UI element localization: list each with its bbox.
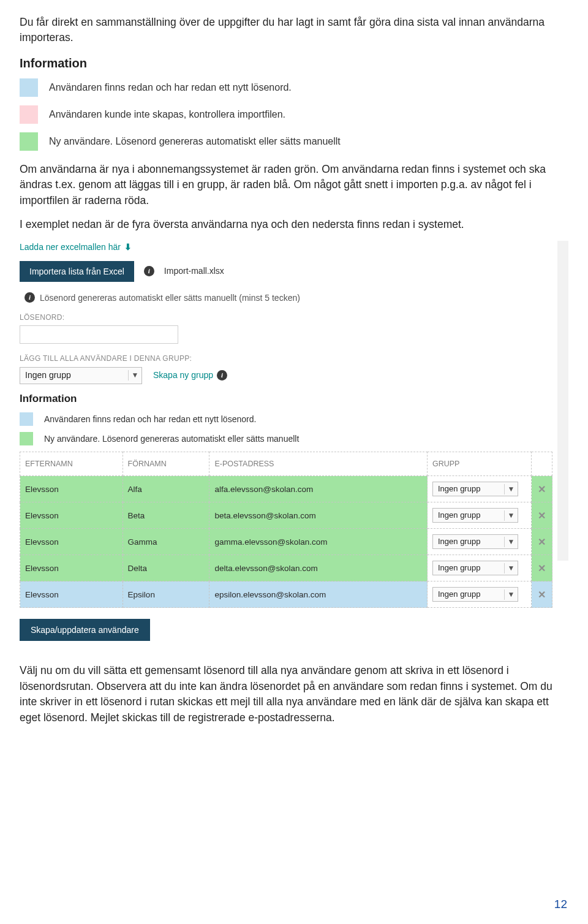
legend-green-text: Ny användare. Lösenord genereras automat…: [49, 134, 341, 148]
table-row: ElevssonBetabeta.elevsson@skolan.comInge…: [20, 502, 552, 529]
cell-remove: ✕: [532, 502, 552, 529]
col-firstname: FÖRNAMN: [123, 452, 209, 476]
legend-pink-text: Användaren kunde inte skapas, kontroller…: [49, 107, 285, 121]
download-icon: ⬇: [124, 241, 132, 253]
create-group-link[interactable]: Skapa ny grupp: [153, 369, 213, 381]
swatch-blue: [20, 412, 33, 426]
cell-email: alfa.elevsson@skolan.com: [209, 476, 428, 502]
table-row: ElevssonAlfaalfa.elevsson@skolan.comInge…: [20, 476, 552, 502]
swatch-blue: [20, 78, 38, 97]
row-group-select-value: Ingen grupp: [438, 483, 480, 495]
row-group-select-value: Ingen grupp: [438, 536, 480, 548]
cell-group: Ingen grupp▼: [428, 529, 532, 555]
swatch-green: [20, 132, 38, 151]
swatch-pink: [20, 105, 38, 124]
cell-lastname: Elevsson: [20, 476, 123, 502]
closing-paragraph: Välj nu om du vill sätta ett gemensamt l…: [20, 663, 568, 725]
cell-remove: ✕: [532, 476, 552, 502]
intro-paragraph-3: I exemplet nedan är de fyra översta anvä…: [20, 217, 568, 232]
table-row: ElevssonDeltadelta.elevsson@skolan.comIn…: [20, 555, 552, 581]
chevron-down-icon: ▼: [504, 589, 515, 600]
cell-firstname: Beta: [123, 502, 209, 529]
cell-group: Ingen grupp▼: [428, 502, 532, 529]
remove-row-button[interactable]: ✕: [538, 537, 546, 547]
group-select[interactable]: Ingen grupp ▼: [20, 367, 142, 384]
remove-row-button[interactable]: ✕: [538, 563, 546, 574]
cell-lastname: Elevsson: [20, 502, 123, 529]
cell-firstname: Alfa: [123, 476, 209, 502]
import-from-excel-button[interactable]: Importera lista från Excel: [20, 261, 134, 282]
row-group-select[interactable]: Ingen grupp▼: [432, 587, 518, 602]
cell-email: delta.elevsson@skolan.com: [209, 555, 428, 581]
info-legend-block-1: Information Användaren finns redan och h…: [20, 55, 568, 151]
row-group-select[interactable]: Ingen grupp▼: [432, 534, 518, 549]
row-group-select[interactable]: Ingen grupp▼: [432, 508, 518, 523]
import-ui-panel: Ladda ner excelmallen här ⬇ Importera li…: [20, 241, 568, 641]
cell-group: Ingen grupp▼: [428, 555, 532, 581]
cell-group: Ingen grupp▼: [428, 581, 532, 608]
chevron-down-icon: ▼: [504, 537, 515, 547]
cell-group: Ingen grupp▼: [428, 476, 532, 502]
col-email: E-POSTADRESS: [209, 452, 428, 476]
legend-blue-text: Användaren finns redan och har redan ett…: [49, 80, 292, 94]
download-template-label: Ladda ner excelmallen här: [20, 241, 121, 253]
info-heading-small: Information: [20, 392, 568, 407]
password-hint-text: Lösenord genereras automatiskt eller sät…: [40, 292, 300, 304]
selected-file-label: Import-mall.xlsx: [164, 265, 224, 277]
group-field-label: LÄGG TILL ALLA ANVÄNDARE I DENNA GRUPP:: [20, 354, 568, 364]
intro-paragraph-2: Om användarna är nya i abonnemangssystem…: [20, 162, 568, 208]
cell-lastname: Elevsson: [20, 555, 123, 581]
col-group: GRUPP: [428, 452, 532, 476]
group-select-value: Ingen grupp: [25, 369, 71, 381]
legend-green-text: Ny användare. Lösenord genereras automat…: [44, 433, 299, 445]
cell-email: epsilon.elevsson@skolan.com: [209, 581, 428, 608]
row-group-select-value: Ingen grupp: [438, 562, 480, 574]
chevron-down-icon: ▼: [504, 484, 515, 494]
chevron-down-icon: ▼: [128, 370, 139, 381]
legend-blue-text: Användaren finns redan och har redan ett…: [44, 413, 256, 425]
cell-email: gamma.elevsson@skolan.com: [209, 529, 428, 555]
cell-remove: ✕: [532, 529, 552, 555]
row-group-select[interactable]: Ingen grupp▼: [432, 561, 518, 575]
cell-remove: ✕: [532, 555, 552, 581]
cell-email: beta.elevsson@skolan.com: [209, 502, 428, 529]
col-remove: [532, 452, 552, 476]
remove-row-button[interactable]: ✕: [538, 589, 546, 600]
password-input[interactable]: [20, 325, 178, 344]
cell-lastname: Elevsson: [20, 581, 123, 608]
chevron-down-icon: ▼: [504, 563, 515, 574]
cell-firstname: Epsilon: [123, 581, 209, 608]
info-icon[interactable]: i: [144, 266, 154, 276]
users-table: EFTERNAMN FÖRNAMN E-POSTADRESS GRUPP Ele…: [20, 452, 552, 608]
info-icon[interactable]: i: [217, 370, 227, 381]
info-heading: Information: [20, 55, 568, 72]
scrollbar-gutter[interactable]: [557, 241, 568, 561]
swatch-green: [20, 432, 33, 445]
download-template-link[interactable]: Ladda ner excelmallen här ⬇: [20, 241, 132, 253]
password-field-label: LÖSENORD:: [20, 312, 568, 323]
col-lastname: EFTERNAMN: [20, 452, 123, 476]
row-group-select[interactable]: Ingen grupp▼: [432, 482, 518, 496]
table-row: ElevssonGammagamma.elevsson@skolan.comIn…: [20, 529, 552, 555]
cell-lastname: Elevsson: [20, 529, 123, 555]
table-row: ElevssonEpsilonepsilon.elevsson@skolan.c…: [20, 581, 552, 608]
chevron-down-icon: ▼: [504, 510, 515, 521]
create-update-users-button[interactable]: Skapa/uppdatera användare: [20, 619, 150, 641]
cell-firstname: Delta: [123, 555, 209, 581]
row-group-select-value: Ingen grupp: [438, 510, 480, 521]
remove-row-button[interactable]: ✕: [538, 484, 546, 494]
info-icon[interactable]: i: [24, 292, 35, 303]
cell-firstname: Gamma: [123, 529, 209, 555]
remove-row-button[interactable]: ✕: [538, 510, 546, 521]
intro-paragraph-1: Du får direkt en sammanställning över de…: [20, 15, 568, 46]
cell-remove: ✕: [532, 581, 552, 608]
row-group-select-value: Ingen grupp: [438, 589, 480, 600]
